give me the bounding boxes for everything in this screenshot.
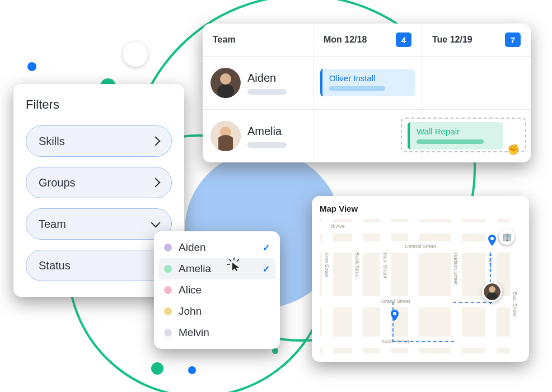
- color-swatch: [164, 265, 172, 273]
- team-dropdown: Aiden ✓ Amelia ✓ Alice John Melvin: [154, 231, 280, 349]
- team-subline-placeholder: [247, 142, 287, 148]
- dropdown-label: Amelia: [179, 263, 263, 275]
- filter-team[interactable]: Team: [26, 208, 172, 240]
- schedule-header: Team Mon 12/18 4 Tue 12/19 7: [203, 24, 531, 57]
- task-progress-bar: [417, 139, 484, 144]
- decor-dot: [188, 366, 196, 374]
- check-icon: ✓: [263, 264, 270, 274]
- svg-point-1: [220, 73, 231, 85]
- schedule-col-day-header[interactable]: Mon 12/18 4: [314, 24, 422, 56]
- day-label: Mon 12/18: [324, 35, 367, 45]
- schedule-col-day-header[interactable]: Tue 12/19 7: [422, 24, 531, 56]
- filter-label: Skills: [39, 135, 65, 148]
- team-cell[interactable]: Amelia: [203, 110, 314, 162]
- dropdown-label: Alice: [179, 284, 270, 296]
- street-label: Bank Street: [354, 253, 360, 279]
- svg-point-6: [490, 237, 494, 240]
- map-title: Map View: [320, 204, 521, 213]
- avatar: [210, 121, 241, 151]
- map-view[interactable]: rk Ave Central Street Grand Street South…: [320, 219, 521, 353]
- dropdown-label: Aiden: [179, 241, 263, 254]
- schedule-col-team-header: Team: [203, 24, 314, 56]
- team-member-name: Amelia: [247, 125, 305, 138]
- schedule-cell[interactable]: Oliver Install: [314, 57, 422, 109]
- check-icon: ✓: [263, 242, 270, 253]
- chevron-right-icon: [151, 178, 161, 188]
- team-subline-placeholder: [247, 89, 287, 95]
- day-count-badge: 7: [505, 32, 521, 47]
- filter-label: Status: [39, 259, 71, 272]
- map-pin-icon[interactable]: [388, 309, 401, 322]
- color-swatch: [164, 244, 172, 251]
- svg-point-8: [489, 286, 495, 293]
- decor-dot: [27, 62, 36, 71]
- schedule-row: Aiden Oliver Install: [203, 57, 531, 110]
- task-progress-bar: [329, 86, 385, 91]
- map-route: [453, 302, 492, 303]
- task-card-wall-repair[interactable]: Wall Repair: [408, 122, 503, 150]
- task-title: Wall Repair: [417, 127, 496, 136]
- avatar: [210, 68, 241, 98]
- grab-cursor-icon: ✊: [507, 143, 520, 156]
- svg-point-5: [393, 312, 396, 315]
- street-label: rk Ave: [331, 223, 345, 229]
- street-label: East Street: [512, 292, 518, 317]
- schedule-cell[interactable]: Wall Repair ✊: [422, 110, 531, 162]
- dropdown-item-amelia[interactable]: Amelia ✓: [158, 258, 275, 279]
- filter-status[interactable]: Status: [26, 250, 172, 281]
- dropdown-item-alice[interactable]: Alice: [158, 279, 275, 301]
- color-swatch: [164, 307, 172, 315]
- building-icon[interactable]: 🏢: [499, 229, 514, 245]
- filter-skills[interactable]: Skills: [26, 125, 172, 157]
- street-label: Main Street: [382, 253, 388, 278]
- schedule-panel: Team Mon 12/18 4 Tue 12/19 7 Aiden: [203, 24, 531, 162]
- team-header-label: Team: [213, 35, 236, 45]
- chevron-down-icon: [151, 218, 161, 228]
- filters-title: Filters: [26, 97, 172, 112]
- map-route: [392, 302, 454, 342]
- map-pin-icon[interactable]: [485, 234, 499, 247]
- chevron-right-icon: [151, 137, 161, 146]
- dropdown-item-aiden[interactable]: Aiden ✓: [158, 237, 275, 258]
- dropdown-label: John: [179, 305, 270, 318]
- svg-rect-9: [487, 293, 497, 300]
- decor-dot: [123, 42, 148, 67]
- color-swatch: [164, 329, 172, 337]
- day-count-badge: 4: [396, 32, 411, 47]
- decor-dot: [151, 362, 163, 375]
- color-swatch: [164, 286, 172, 294]
- day-label: Tue 12/19: [432, 35, 473, 45]
- filter-label: Team: [39, 218, 66, 231]
- team-cell[interactable]: Aiden: [203, 57, 314, 109]
- dropdown-item-melvin[interactable]: Melvin: [158, 322, 275, 343]
- task-title: Oliver Install: [329, 73, 408, 83]
- map-panel: Map View rk Ave Central Street Grand Str…: [312, 196, 529, 362]
- svg-rect-2: [217, 85, 234, 98]
- team-member-name: Aiden: [247, 72, 305, 85]
- dropdown-label: Melvin: [179, 326, 270, 339]
- street-label: Central Street: [405, 244, 436, 249]
- filter-label: Groups: [39, 176, 76, 189]
- dropdown-item-john[interactable]: John: [158, 301, 275, 322]
- map-avatar[interactable]: [482, 282, 502, 302]
- schedule-row: Amelia Wall Repair ✊: [203, 110, 531, 162]
- street-label: Anni Street: [324, 253, 330, 278]
- task-card-oliver-install[interactable]: Oliver Install: [320, 69, 415, 96]
- filter-groups[interactable]: Groups: [26, 167, 172, 198]
- schedule-cell[interactable]: [422, 57, 531, 109]
